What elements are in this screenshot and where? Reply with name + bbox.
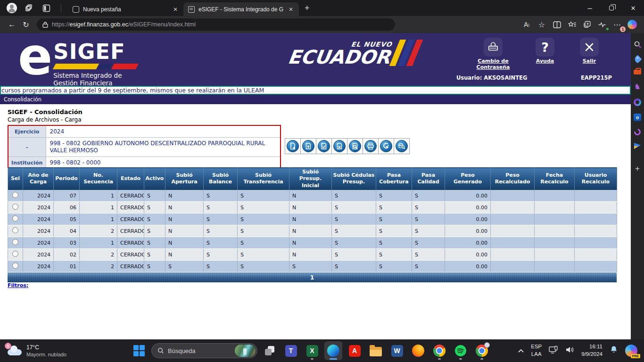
table-cell: S — [332, 249, 376, 261]
help-button[interactable]: ? Ayuda — [531, 38, 559, 70]
validate-file-button[interactable] — [318, 140, 330, 152]
preview-file-button[interactable] — [349, 140, 361, 152]
table-cell: 1 — [80, 214, 117, 225]
row-select-radio[interactable] — [12, 204, 18, 210]
sidebar-add-icon[interactable]: + — [632, 164, 643, 173]
recalculate-search-button[interactable] — [396, 140, 408, 152]
file-explorer-icon[interactable] — [367, 341, 385, 360]
column-header: Peso Recalculado — [491, 168, 535, 190]
change-password-button[interactable]: Cambio de Contraseña — [471, 38, 515, 70]
new-record-button[interactable] — [287, 140, 299, 152]
table-cell: 1 — [80, 202, 117, 214]
table-cell: N — [289, 214, 332, 225]
clock[interactable]: 16:119/9/2024 — [581, 343, 603, 358]
row-select-radio[interactable] — [12, 251, 18, 257]
split-screen-icon[interactable] — [550, 18, 564, 31]
table-cell: S — [238, 249, 289, 261]
row-select-radio[interactable] — [12, 239, 18, 245]
spotify-icon[interactable] — [452, 341, 470, 360]
favorite-star-icon[interactable]: ☆ — [535, 18, 549, 31]
table-cell: S — [376, 214, 412, 225]
column-header: Pasa Calidad — [412, 168, 445, 190]
table-cell: S — [376, 190, 412, 202]
browser-essentials-icon[interactable] — [595, 18, 609, 31]
table-row: 2024051CERRADOSNSSNSSS0.00 — [8, 214, 617, 225]
back-button[interactable]: ← — [5, 18, 19, 31]
copilot-taskbar-icon[interactable]: PRE — [625, 345, 637, 357]
tab-nueva-pestana[interactable]: Nueva pestaña ✕ — [68, 2, 183, 16]
app-menu-bar: Consolidación — [0, 95, 631, 104]
table-cell: S — [144, 261, 165, 272]
exit-label: Salir — [583, 58, 596, 64]
excel-icon[interactable]: X — [303, 341, 321, 360]
form-row: Ejercicio 2024 — [8, 125, 281, 138]
print-button[interactable] — [364, 140, 377, 152]
edge-icon[interactable] — [324, 341, 342, 360]
close-button[interactable]: ✕ — [622, 0, 644, 16]
tab-close-icon[interactable]: ✕ — [288, 6, 294, 13]
sidebar-m365-icon[interactable] — [632, 99, 643, 106]
table-row: 2024022CERRADOSNSSNSSS0.00 — [8, 249, 617, 261]
filters-link[interactable]: Filtros: — [8, 282, 28, 288]
change-password-label: Cambio de Contraseña — [471, 58, 515, 70]
current-page-number[interactable]: 1 — [310, 274, 314, 281]
sidebar-plane-icon[interactable] — [632, 143, 643, 149]
quality-check-button[interactable] — [380, 140, 392, 152]
read-aloud-icon[interactable]: A) — [520, 18, 534, 31]
teams-icon[interactable]: T — [282, 341, 300, 360]
table-row: 2024031CERRADOSNSSNSSS0.00 — [8, 237, 617, 249]
volume-icon[interactable] — [565, 346, 575, 355]
sidebar-games-icon[interactable]: ♞ — [632, 82, 643, 91]
chrome-profile2-icon[interactable] — [473, 341, 491, 360]
sidebar-shopping-icon[interactable] — [632, 56, 643, 62]
sidebar-drop-icon[interactable] — [632, 129, 643, 135]
new-tab-button[interactable]: + — [305, 3, 310, 13]
table-cell: 2 — [80, 249, 117, 261]
sidebar-outlook-icon[interactable]: o — [632, 114, 643, 121]
table-cell: S — [376, 225, 412, 237]
profile-avatar-icon[interactable] — [7, 3, 17, 13]
address-bar[interactable]: https://esigef.finanzas.gob.ec/eSIGEF/me… — [37, 18, 395, 31]
field-value-entidad: 998 - 0802 GOBIERNO AUTONOMO DESCENTRALI… — [46, 138, 281, 157]
copilot-icon[interactable] — [625, 18, 639, 31]
task-view-button[interactable] — [261, 341, 279, 360]
upload-file-button[interactable] — [302, 140, 314, 152]
table-header-row: SelAño de CargaPeriodoNo. SecuenciaEstad… — [8, 168, 617, 190]
context-form: Ejercicio 2024 - 998 - 0802 GOBIERNO AUT… — [8, 125, 281, 169]
acrobat-icon[interactable]: A — [346, 341, 363, 360]
start-button[interactable] — [130, 341, 148, 360]
cast-icon[interactable] — [548, 346, 559, 356]
refresh-button[interactable]: ↻ — [19, 18, 33, 31]
tab-esigef[interactable]: eSIGEF - Sistema Integrado de G ✕ — [183, 2, 299, 16]
weather-widget[interactable]: 1 17°C Mayorm. nublado — [0, 344, 94, 357]
row-select-radio[interactable] — [12, 263, 18, 269]
exit-button[interactable]: Salir — [575, 38, 603, 70]
firefox-icon[interactable] — [409, 341, 427, 360]
row-select-radio[interactable] — [12, 227, 18, 233]
delete-file-button[interactable] — [333, 140, 346, 152]
restore-button[interactable] — [601, 0, 622, 16]
taskbar-search[interactable]: Búsqueda — [151, 343, 257, 358]
chrome-icon[interactable] — [430, 341, 448, 360]
notification-bell-icon[interactable] — [609, 345, 619, 356]
more-menu-icon[interactable]: ⋯1 — [610, 18, 624, 31]
word-icon[interactable]: W — [388, 341, 406, 360]
pre-badge: PRE — [631, 354, 640, 358]
table-cell — [535, 225, 575, 237]
language-indicator[interactable]: ESPLAA — [531, 343, 542, 358]
sidebar-tools-icon[interactable] — [632, 70, 643, 74]
table-cell: S — [332, 261, 376, 272]
menu-item-consolidacion[interactable]: Consolidación — [4, 96, 41, 103]
tab-actions-icon[interactable] — [42, 4, 50, 12]
row-select-radio[interactable] — [12, 192, 18, 198]
collections-icon[interactable] — [580, 18, 594, 31]
table-cell: CERRADO — [117, 190, 144, 202]
minimize-button[interactable]: ─ — [579, 0, 601, 16]
row-select-radio[interactable] — [12, 215, 18, 222]
sidebar-search-icon[interactable] — [632, 41, 643, 49]
favorites-hub-icon[interactable] — [565, 18, 579, 31]
nuevo-ecuador-logo: EL NUEVO ECUADOR — [289, 40, 418, 66]
tab-close-icon[interactable]: ✕ — [172, 6, 179, 13]
workspaces-icon[interactable] — [25, 4, 34, 12]
tray-chevron-icon[interactable] — [518, 346, 524, 355]
